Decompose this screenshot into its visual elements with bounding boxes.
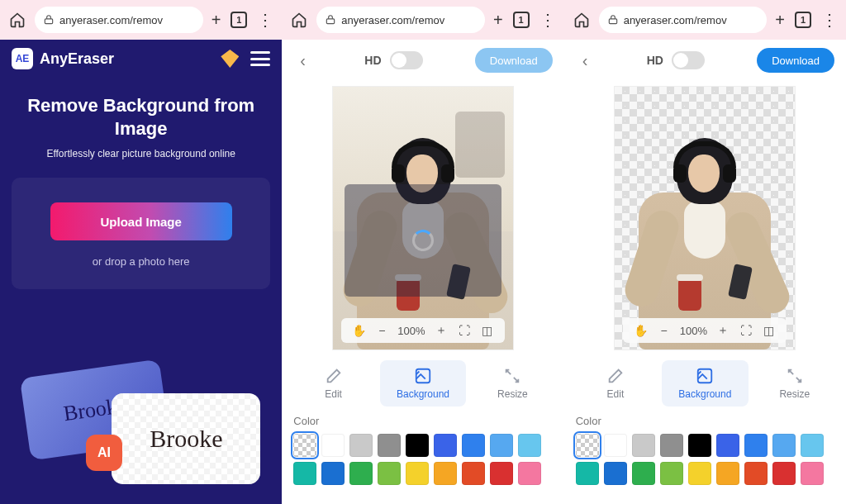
editor: ‹ HD Download ✋ xyxy=(282,40,563,504)
color-swatch[interactable] xyxy=(660,434,683,457)
tab-resize[interactable]: Resize xyxy=(469,360,555,407)
color-section: Color xyxy=(564,407,846,485)
compare-icon[interactable]: ◫ xyxy=(762,323,777,338)
color-swatch[interactable] xyxy=(744,434,768,457)
zoom-in-icon[interactable]: ＋ xyxy=(715,323,730,338)
url-bar[interactable]: anyeraser.com/remov xyxy=(316,7,485,33)
fullscreen-icon[interactable]: ⛶ xyxy=(457,323,472,338)
browser-actions: + 1 ⋮ xyxy=(212,10,274,30)
download-button[interactable]: Download xyxy=(475,48,553,73)
color-swatch[interactable] xyxy=(349,434,373,457)
pan-icon[interactable]: ✋ xyxy=(634,323,649,338)
color-swatch[interactable] xyxy=(576,434,599,457)
color-swatch[interactable] xyxy=(293,434,316,457)
color-swatch[interactable] xyxy=(462,462,485,485)
new-tab-icon[interactable]: + xyxy=(493,11,503,30)
tab-background[interactable]: Background xyxy=(380,360,466,407)
swatches xyxy=(293,434,552,485)
color-swatch[interactable] xyxy=(604,434,627,457)
download-button[interactable]: Download xyxy=(757,48,834,73)
upload-card[interactable]: Upload Image or drop a photo here xyxy=(12,178,270,289)
panel-processing: anyeraser.com/remov + 1 ⋮ ‹ HD Download xyxy=(282,0,563,504)
color-swatch[interactable] xyxy=(801,462,824,485)
editor: ‹ HD Download ✋ − 100% ＋ xyxy=(564,40,846,504)
overflow-menu-icon[interactable]: ⋮ xyxy=(539,10,556,30)
hd-label: HD xyxy=(647,54,663,67)
color-swatch[interactable] xyxy=(378,462,401,485)
drop-hint: or drop a photo here xyxy=(28,255,254,268)
color-swatch[interactable] xyxy=(490,462,513,485)
color-swatch[interactable] xyxy=(716,462,739,485)
color-swatch[interactable] xyxy=(406,462,429,485)
color-swatch[interactable] xyxy=(632,434,655,457)
overflow-menu-icon[interactable]: ⋮ xyxy=(821,10,838,30)
image-canvas[interactable]: ✋ − 100% ＋ ⛶ ◫ xyxy=(614,86,796,350)
app-header: AE AnyEraser xyxy=(0,40,282,78)
brand-logo: AE xyxy=(12,48,33,69)
home-icon[interactable] xyxy=(8,11,26,29)
zoom-in-icon[interactable]: ＋ xyxy=(434,323,449,338)
color-swatch[interactable] xyxy=(688,434,711,457)
color-swatch[interactable] xyxy=(660,462,683,485)
color-swatch[interactable] xyxy=(406,434,429,457)
back-button[interactable]: ‹ xyxy=(576,48,595,74)
hd-toggle[interactable] xyxy=(672,51,705,69)
ai-badge: AI xyxy=(86,435,122,471)
tab-edit[interactable]: Edit xyxy=(290,360,376,407)
tool-tabs: Edit Background Resize xyxy=(573,360,838,407)
color-swatch[interactable] xyxy=(744,462,768,485)
color-swatch[interactable] xyxy=(576,462,599,485)
color-swatch[interactable] xyxy=(321,434,345,457)
tab-resize[interactable]: Resize xyxy=(752,360,838,407)
tab-background[interactable]: Background xyxy=(662,360,748,407)
brand[interactable]: AE AnyEraser xyxy=(12,48,114,69)
color-swatch[interactable] xyxy=(772,462,796,485)
zoom-out-icon[interactable]: − xyxy=(657,323,672,338)
url-bar[interactable]: anyeraser.com/remov xyxy=(35,7,203,33)
color-swatch[interactable] xyxy=(716,434,739,457)
color-swatch[interactable] xyxy=(490,434,513,457)
edit-icon xyxy=(325,367,343,385)
cup-prop xyxy=(678,279,701,311)
color-swatch[interactable] xyxy=(321,462,345,485)
upload-button[interactable]: Upload Image xyxy=(50,202,232,240)
color-swatch[interactable] xyxy=(632,462,655,485)
premium-icon[interactable] xyxy=(221,50,239,68)
compare-icon[interactable]: ◫ xyxy=(480,323,495,338)
new-tab-icon[interactable]: + xyxy=(212,11,221,30)
overflow-menu-icon[interactable]: ⋮ xyxy=(257,10,273,30)
new-tab-icon[interactable]: + xyxy=(775,11,785,30)
tab-switcher[interactable]: 1 xyxy=(795,12,811,28)
color-swatch[interactable] xyxy=(293,462,316,485)
fullscreen-icon[interactable]: ⛶ xyxy=(739,323,753,338)
color-swatch[interactable] xyxy=(518,462,541,485)
landing-content: AE AnyEraser Remove Background from Imag… xyxy=(0,40,282,504)
color-swatch[interactable] xyxy=(434,434,457,457)
home-icon[interactable] xyxy=(290,11,308,29)
url-bar[interactable]: anyeraser.com/remov xyxy=(599,7,768,33)
hamburger-menu-icon[interactable] xyxy=(250,51,270,66)
color-swatch[interactable] xyxy=(518,434,541,457)
image-canvas[interactable]: ✋ − 100% ＋ ⛶ ◫ xyxy=(332,86,514,350)
hero: Remove Background from Image Effortlessl… xyxy=(0,78,282,166)
browser-bar: anyeraser.com/remov + 1 ⋮ xyxy=(282,0,563,40)
color-swatch[interactable] xyxy=(604,462,627,485)
pan-icon[interactable]: ✋ xyxy=(351,323,366,338)
back-button[interactable]: ‹ xyxy=(293,48,312,74)
svg-rect-1 xyxy=(327,19,335,24)
hd-toggle[interactable] xyxy=(390,51,423,69)
zoom-out-icon[interactable]: − xyxy=(374,323,389,338)
color-swatch[interactable] xyxy=(462,434,485,457)
home-icon[interactable] xyxy=(573,11,591,29)
color-swatch[interactable] xyxy=(378,434,401,457)
color-swatch[interactable] xyxy=(688,462,711,485)
color-swatch[interactable] xyxy=(772,434,796,457)
headphones-icon xyxy=(392,141,454,168)
color-title: Color xyxy=(576,415,834,427)
tab-switcher[interactable]: 1 xyxy=(513,12,530,28)
color-swatch[interactable] xyxy=(801,434,824,457)
color-swatch[interactable] xyxy=(434,462,457,485)
tab-switcher[interactable]: 1 xyxy=(231,12,247,28)
color-swatch[interactable] xyxy=(349,462,373,485)
tab-edit[interactable]: Edit xyxy=(573,360,658,407)
